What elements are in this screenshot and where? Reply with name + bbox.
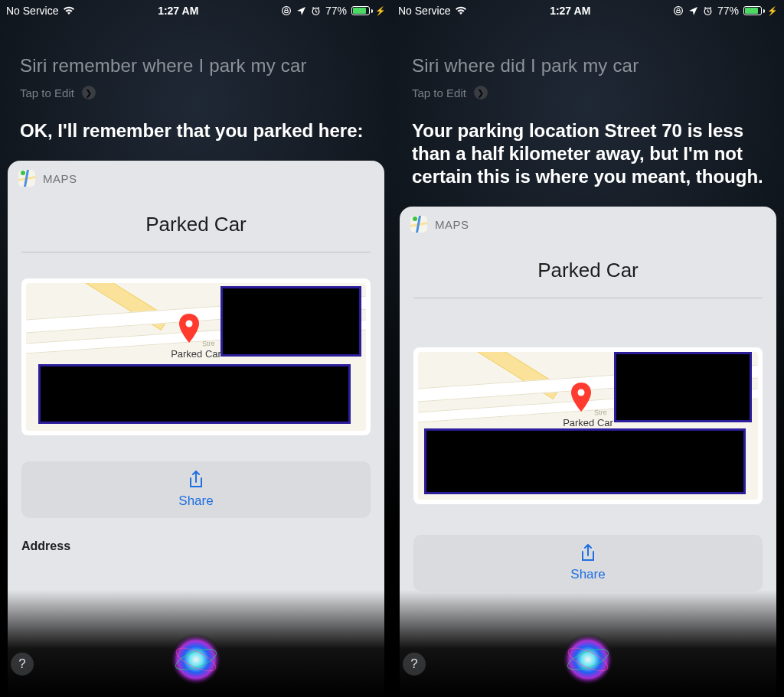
map-thumbnail[interactable]: Stre Parked Car bbox=[413, 347, 763, 504]
battery-icon: ⚡ bbox=[743, 6, 778, 16]
share-button[interactable]: Share bbox=[413, 535, 763, 591]
siri-response-text: OK, I'll remember that you parked here: bbox=[0, 109, 392, 156]
svg-point-12 bbox=[578, 389, 585, 396]
street-label-fragment: Stre bbox=[202, 339, 215, 347]
card-title: Parked Car bbox=[400, 240, 776, 298]
battery-percent: 77% bbox=[717, 5, 739, 17]
carrier-label: No Service bbox=[6, 5, 58, 17]
alarm-icon bbox=[311, 6, 321, 16]
share-label: Share bbox=[178, 493, 213, 509]
tap-to-edit-label: Tap to Edit bbox=[20, 86, 74, 99]
share-icon bbox=[188, 471, 204, 490]
orientation-lock-icon bbox=[281, 5, 292, 16]
tap-to-edit[interactable]: Tap to Edit ❯ bbox=[20, 86, 372, 99]
share-button[interactable]: Share bbox=[21, 461, 371, 518]
clock: 1:27 AM bbox=[550, 5, 590, 17]
redaction-box bbox=[614, 352, 752, 422]
maps-app-icon bbox=[18, 170, 35, 187]
wifi-icon bbox=[455, 6, 467, 15]
maps-card[interactable]: MAPS Parked Car Stre Parked Car Share Ad… bbox=[8, 161, 384, 697]
siri-screen-right: No Service 1:27 AM 77% ⚡ Siri wh bbox=[392, 0, 784, 697]
redaction-box bbox=[220, 286, 361, 357]
siri-help-button[interactable]: ? bbox=[11, 653, 34, 676]
siri-help-button[interactable]: ? bbox=[403, 653, 426, 676]
siri-response-text: Your parking location Street 70 is less … bbox=[392, 109, 784, 202]
divider bbox=[21, 252, 371, 252]
maps-app-label: MAPS bbox=[43, 172, 77, 185]
redaction-box bbox=[424, 428, 746, 494]
battery-percent: 77% bbox=[325, 5, 347, 17]
clock: 1:27 AM bbox=[158, 5, 198, 17]
maps-app-label: MAPS bbox=[435, 218, 469, 231]
siri-user-query: Siri remember where I park my car bbox=[20, 55, 372, 77]
chevron-right-icon: ❯ bbox=[474, 86, 488, 99]
chevron-right-icon: ❯ bbox=[82, 86, 96, 99]
divider bbox=[413, 298, 763, 298]
maps-app-icon bbox=[410, 216, 427, 233]
map-pin-icon bbox=[178, 314, 201, 344]
battery-icon: ⚡ bbox=[351, 6, 386, 16]
location-icon bbox=[296, 6, 306, 16]
siri-user-query: Siri where did I park my car bbox=[412, 55, 764, 77]
svg-point-4 bbox=[186, 321, 193, 327]
location-icon bbox=[688, 6, 698, 16]
map-pin-label: Parked Car bbox=[171, 348, 221, 360]
siri-orb-icon[interactable] bbox=[166, 630, 226, 689]
orientation-lock-icon bbox=[673, 5, 684, 16]
svg-point-3 bbox=[21, 171, 25, 175]
tap-to-edit-label: Tap to Edit bbox=[412, 86, 466, 99]
status-bar: No Service 1:27 AM 77% ⚡ bbox=[392, 0, 784, 21]
wifi-icon bbox=[63, 6, 75, 15]
siri-screen-left: No Service 1:27 AM 77% ⚡ Siri re bbox=[0, 0, 392, 697]
svg-point-5 bbox=[170, 633, 222, 686]
map-pin-label: Parked Car bbox=[563, 417, 613, 428]
maps-card[interactable]: MAPS Parked Car Stre Parked Car Share bbox=[400, 207, 776, 697]
map-pin-icon bbox=[570, 383, 593, 413]
redaction-box bbox=[38, 364, 351, 424]
card-title: Parked Car bbox=[8, 194, 384, 252]
svg-point-13 bbox=[562, 633, 614, 686]
map-thumbnail[interactable]: Stre Parked Car bbox=[21, 278, 371, 435]
street-label-fragment: Stre bbox=[594, 408, 607, 416]
share-icon bbox=[580, 544, 596, 564]
status-bar: No Service 1:27 AM 77% ⚡ bbox=[0, 0, 392, 21]
siri-orb-icon[interactable] bbox=[558, 630, 618, 689]
tap-to-edit[interactable]: Tap to Edit ❯ bbox=[412, 86, 764, 99]
address-heading: Address bbox=[8, 518, 384, 553]
alarm-icon bbox=[703, 6, 713, 16]
share-label: Share bbox=[570, 567, 605, 582]
svg-point-11 bbox=[413, 217, 417, 221]
carrier-label: No Service bbox=[398, 5, 450, 17]
